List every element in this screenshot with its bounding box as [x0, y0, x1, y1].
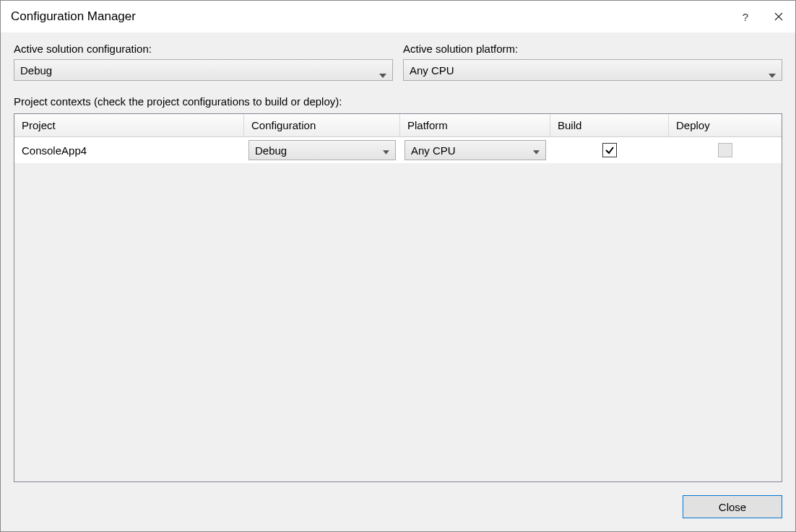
cell-build: [550, 137, 669, 163]
build-checkbox[interactable]: [602, 143, 617, 157]
deploy-checkbox: [718, 143, 732, 157]
cell-configuration: Debug: [244, 137, 400, 163]
cell-project-name: ConsoleApp4: [14, 137, 244, 163]
table-row: ConsoleApp4 Debug Any CPU: [14, 137, 782, 163]
solution-platform-value: Any CPU: [410, 64, 454, 77]
project-contexts-label: Project contexts (check the project conf…: [14, 95, 782, 108]
chevron-down-icon: [383, 144, 389, 157]
column-header-platform[interactable]: Platform: [400, 114, 550, 136]
solution-selectors: Active solution configuration: Debug Act…: [14, 43, 782, 81]
help-icon: ?: [743, 11, 748, 23]
column-header-project[interactable]: Project: [14, 114, 244, 136]
titlebar: Configuration Manager ?: [1, 1, 795, 32]
solution-config-value: Debug: [20, 64, 52, 77]
row-configuration-value: Debug: [255, 144, 287, 157]
grid-header: Project Configuration Platform Build Dep…: [14, 114, 782, 137]
cell-deploy: [669, 137, 782, 163]
close-icon: [774, 11, 783, 23]
close-button[interactable]: Close: [683, 495, 782, 518]
dialog-content: Active solution configuration: Debug Act…: [1, 32, 795, 531]
grid-body: ConsoleApp4 Debug Any CPU: [14, 137, 782, 481]
help-button[interactable]: ?: [729, 1, 762, 32]
row-platform-dropdown[interactable]: Any CPU: [405, 140, 546, 160]
solution-platform-label: Active solution platform:: [403, 43, 782, 55]
window-close-button[interactable]: [762, 1, 795, 32]
cell-platform: Any CPU: [400, 137, 550, 163]
column-header-build[interactable]: Build: [550, 114, 669, 136]
solution-config-label: Active solution configuration:: [14, 43, 393, 55]
project-grid: Project Configuration Platform Build Dep…: [14, 113, 782, 482]
chevron-down-icon: [379, 68, 386, 72]
window-title: Configuration Manager: [11, 9, 136, 24]
row-configuration-dropdown[interactable]: Debug: [248, 140, 396, 160]
solution-platform-group: Active solution platform: Any CPU: [403, 43, 782, 81]
window-controls: ?: [729, 1, 795, 32]
dialog-footer: Close: [14, 482, 782, 518]
column-header-configuration[interactable]: Configuration: [244, 114, 400, 136]
chevron-down-icon: [769, 68, 776, 72]
row-platform-value: Any CPU: [411, 144, 456, 157]
solution-platform-dropdown[interactable]: Any CPU: [403, 59, 782, 81]
solution-config-dropdown[interactable]: Debug: [14, 59, 393, 81]
solution-config-group: Active solution configuration: Debug: [14, 43, 393, 81]
column-header-deploy[interactable]: Deploy: [669, 114, 782, 136]
chevron-down-icon: [533, 144, 540, 157]
